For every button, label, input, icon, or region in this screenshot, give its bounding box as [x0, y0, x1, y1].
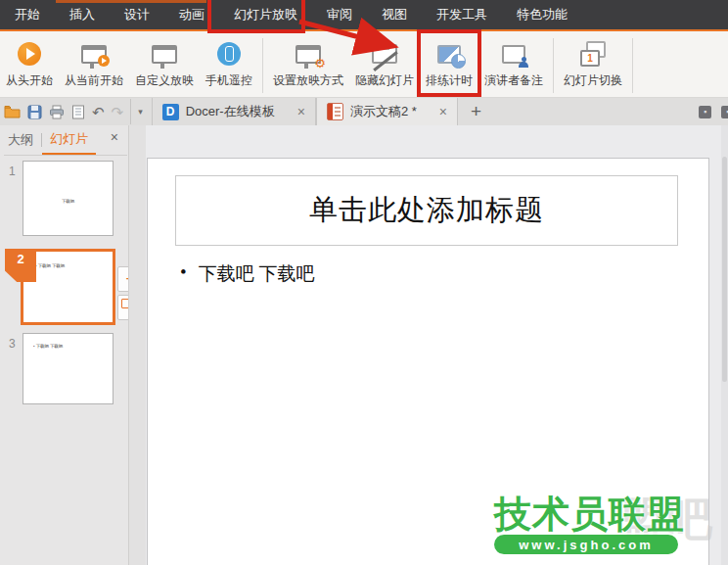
menu-tab-animation[interactable]: 动画 — [164, 0, 219, 29]
close-tab-icon[interactable]: × — [297, 104, 305, 119]
slide-thumbnail-3[interactable]: • 下载吧 下载吧 — [23, 333, 114, 404]
button-label: 从头开始 — [6, 72, 53, 89]
panel-close-icon[interactable]: × — [111, 129, 118, 145]
hide-slide-button[interactable]: 隐藏幻灯片 — [350, 36, 419, 91]
menu-tab-view[interactable]: 视图 — [367, 0, 422, 29]
selected-slide-badge: 2 — [5, 249, 36, 282]
thumbnail-text: • 下载吧 下载吧 — [35, 263, 65, 269]
play-from-current-button[interactable]: 从当前开始 — [60, 36, 128, 91]
doc-tab-label: Docer-在线模板 — [186, 103, 275, 120]
setup-show-icon: ⚙ — [296, 45, 321, 64]
title-placeholder-text: 单击此处添加标题 — [309, 191, 544, 230]
button-label: 隐藏幻灯片 — [355, 72, 414, 89]
history-clock-icon[interactable]: ▪ — [699, 106, 711, 118]
button-label: 手机遥控 — [205, 72, 252, 89]
ribbon-separator — [632, 38, 633, 93]
menu-tab-devtools[interactable]: 开发工具 — [422, 0, 502, 29]
doc-tab-docer-templates[interactable]: D Docer-在线模板 × — [152, 98, 316, 125]
speaker-notes-button[interactable]: 演讲者备注 — [479, 36, 548, 91]
menu-tab-slideshow[interactable]: 幻灯片放映 — [219, 0, 312, 29]
bullet-text: 下载吧 下载吧 — [199, 261, 315, 287]
new-tab-button[interactable]: + — [458, 98, 494, 125]
play-from-start-button[interactable]: 从头开始 — [1, 36, 58, 91]
ribbon-toolbar: 从头开始 从当前开始 自定义放映 手机遥控 ⚙ 设置放映方式 隐藏幻灯片 排练计… — [0, 31, 728, 98]
print-icon[interactable] — [49, 105, 65, 119]
menu-tab-home[interactable]: 开始 — [0, 0, 55, 29]
slide-transition-button[interactable]: 1 幻灯片切换 — [559, 36, 627, 91]
button-label: 演讲者备注 — [484, 72, 543, 89]
custom-show-icon — [152, 45, 177, 64]
menu-tab-special-features[interactable]: 特色功能 — [502, 0, 582, 29]
phone-remote-icon — [217, 42, 241, 66]
slide-number: 2 — [17, 252, 23, 266]
custom-show-button[interactable]: 自定义放映 — [130, 36, 199, 91]
title-placeholder[interactable]: 单击此处添加标题 — [175, 175, 678, 246]
undo-icon[interactable]: ↶ — [92, 105, 105, 119]
rehearse-timing-icon — [437, 45, 461, 64]
panel-tabs: 大纲 幻灯片 — [0, 125, 144, 155]
button-label: 设置放映方式 — [273, 72, 343, 89]
close-tab-icon[interactable]: × — [439, 104, 447, 119]
button-label: 幻灯片切换 — [564, 72, 622, 89]
save-icon[interactable] — [27, 105, 42, 119]
print-preview-icon[interactable] — [71, 105, 85, 119]
doc-tab-presentation2[interactable]: 演示文稿2 * × — [316, 98, 458, 125]
menu-tab-review[interactable]: 审阅 — [312, 0, 367, 29]
menu-tab-insert[interactable]: 插入 — [55, 0, 110, 29]
button-label: 排练计时 — [426, 72, 473, 89]
panel-scrollbar[interactable] — [128, 125, 146, 565]
button-label: 自定义放映 — [135, 72, 194, 89]
setup-show-button[interactable]: ⚙ 设置放映方式 — [268, 36, 348, 91]
rehearse-timing-button[interactable]: 排练计时 — [421, 36, 478, 91]
layout-switch-icon[interactable]: ▪ — [721, 106, 728, 118]
doc-tab-label: 演示文稿2 * — [350, 103, 417, 120]
cropped-highlight-strip — [56, 0, 206, 3]
slide-thumbnail-1[interactable]: 下载吧 — [23, 161, 114, 236]
panel-tab-outline[interactable]: 大纲 — [0, 126, 41, 154]
play-from-start-icon — [18, 42, 41, 66]
thumbnail-text: • 下载吧 下载吧 — [33, 344, 63, 350]
watermark-brand: 技术员联盟 — [494, 490, 685, 540]
panel-tab-slides[interactable]: 幻灯片 — [42, 125, 96, 155]
panel-divider — [4, 155, 127, 156]
slide-number: 1 — [9, 165, 16, 178]
qat-dropdown-icon[interactable]: ▾ — [130, 99, 148, 124]
button-label: 从当前开始 — [65, 72, 123, 89]
docer-logo-icon: D — [162, 104, 179, 120]
redo-icon: ↷ — [112, 105, 124, 119]
hide-slide-icon — [372, 44, 397, 64]
bullet-marker: • — [180, 261, 187, 287]
ribbon-separator — [262, 38, 263, 93]
speaker-notes-icon — [502, 45, 525, 64]
phone-remote-button[interactable]: 手机遥控 — [201, 36, 257, 91]
menu-tab-design[interactable]: 设计 — [110, 0, 164, 29]
slide-thumbnail-2-selected[interactable]: 2 • 下载吧 下载吧 — [21, 249, 115, 325]
watermark-url-pill: www.jsgho.com — [494, 535, 678, 554]
menu-bar: 开始 插入 设计 动画 幻灯片放映 审阅 视图 开发工具 特色功能 — [0, 0, 728, 29]
presentation-file-icon — [327, 103, 343, 120]
play-from-current-icon — [81, 45, 107, 64]
watermark-url-text: www.jsgho.com — [519, 538, 653, 552]
ribbon-separator — [553, 38, 554, 93]
slide-transition-icon: 1 — [580, 41, 606, 67]
thumbnail-text: 下载吧 — [43, 199, 92, 205]
open-folder-icon[interactable] — [4, 105, 21, 118]
slide-number: 3 — [9, 337, 16, 351]
vertical-scrollbar-thumb[interactable] — [722, 157, 727, 382]
quick-access-toolbar: ↶ ↷ ▾ — [0, 98, 152, 125]
bullet-text-line[interactable]: • 下载吧 下载吧 — [180, 261, 314, 287]
slides-panel: 大纲 幻灯片 × 1 下载吧 2 • 下载吧 下载吧 + + 3 • 下载吧 下… — [0, 125, 145, 565]
document-tab-bar: ↶ ↷ ▾ D Docer-在线模板 × 演示文稿2 * × + ▪ ▪ — [0, 98, 728, 126]
